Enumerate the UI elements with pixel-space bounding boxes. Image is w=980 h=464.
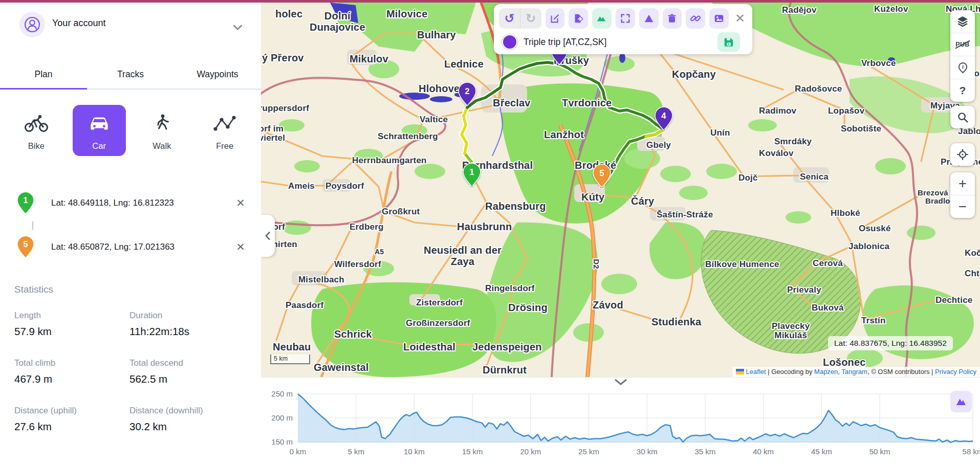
- waypoint-row-1: 1 Lat: 48.649118, Lng: 16.812323 ✕: [0, 183, 261, 224]
- remove-waypoint-icon[interactable]: ✕: [220, 197, 261, 209]
- svg-text:30 km: 30 km: [637, 447, 658, 456]
- transport-mode-selector: Bike Car: [0, 105, 261, 156]
- waypoint-row-5: 5 Lat: 48.650872, Lng: 17.021363 ✕: [0, 227, 261, 268]
- user-icon: [24, 16, 40, 33]
- edit-button[interactable]: [546, 8, 565, 29]
- svg-text:5: 5: [599, 168, 604, 178]
- tangram-link[interactable]: Tangram: [841, 368, 867, 375]
- svg-text:5: 5: [24, 239, 28, 249]
- map-marker-4[interactable]: 4: [654, 106, 673, 131]
- mode-free-button[interactable]: Free: [198, 105, 251, 156]
- map-marker-5[interactable]: 5: [592, 164, 612, 188]
- account-label: Your account: [52, 18, 105, 29]
- stat-value: 30.2 km: [129, 421, 247, 433]
- trash-icon: [666, 13, 678, 24]
- stat-label: Length: [14, 311, 129, 321]
- locate-icon: [956, 148, 969, 161]
- avatar[interactable]: [19, 12, 45, 37]
- trip-color-dot[interactable]: [502, 34, 517, 50]
- car-icon: [88, 105, 111, 141]
- undo-icon: ↺: [504, 12, 514, 25]
- mountains-icon: [596, 13, 607, 24]
- attribution-text: , © OSM contributors |: [867, 368, 935, 375]
- tab-plan[interactable]: Plan: [0, 60, 87, 89]
- ukraine-flag-icon: [736, 369, 744, 374]
- export-button[interactable]: [569, 8, 588, 29]
- chevron-down-icon[interactable]: [233, 23, 243, 32]
- file-export-icon: [573, 13, 584, 24]
- locate-button[interactable]: [950, 143, 975, 166]
- attribution-text: | Geocoding by: [766, 368, 814, 375]
- close-toolbar-icon[interactable]: ✕: [733, 12, 747, 25]
- stat-label: Duration: [129, 311, 247, 321]
- map-markers-layer: 12345: [261, 3, 980, 377]
- tab-waypoints[interactable]: Waypoints: [174, 60, 261, 89]
- svg-text:40 km: 40 km: [753, 447, 774, 456]
- svg-text:35 km: 35 km: [695, 447, 716, 456]
- stat-distance-downhill: Distance (downhill) 30.2 km: [129, 406, 247, 433]
- layers-button[interactable]: [950, 10, 975, 33]
- elevation-toggle-button[interactable]: [950, 391, 972, 412]
- svg-text:i: i: [962, 64, 964, 70]
- stat-value: 562.5 m: [129, 373, 247, 385]
- remove-waypoint-icon[interactable]: ✕: [220, 241, 261, 253]
- mode-car-button[interactable]: Car: [73, 105, 126, 156]
- map-attribution: Leaflet | Geocoding by Mapzen, Tangram, …: [732, 367, 980, 377]
- map-canvas[interactable]: holecDolní DunajoviceMiloviceBulharyý Př…: [261, 3, 980, 377]
- stat-label: Total descend: [129, 358, 247, 368]
- chevron-down-icon: [614, 379, 627, 386]
- svg-text:4: 4: [661, 111, 666, 121]
- mode-walk-button[interactable]: Walk: [135, 105, 188, 156]
- help-label: ?: [960, 84, 966, 97]
- zoom-in-label: +: [959, 176, 967, 192]
- edit-icon: [550, 13, 561, 24]
- svg-text:250 m: 250 m: [271, 389, 293, 398]
- stat-label: Distance (uphill): [14, 406, 129, 416]
- info-button[interactable]: i: [950, 56, 975, 79]
- redo-button[interactable]: ↻: [520, 8, 541, 29]
- save-button[interactable]: [717, 32, 740, 52]
- svg-text:50 km: 50 km: [869, 447, 890, 456]
- leaflet-link[interactable]: Leaflet: [746, 368, 766, 375]
- redo-icon: ↻: [526, 12, 536, 25]
- waypoint-coords: Lat: 48.650872, Lng: 17.021363: [51, 242, 220, 252]
- zoom-card: + −: [950, 172, 975, 218]
- layers-icon: [956, 15, 969, 28]
- pub-toggle-button[interactable]: PUB: [950, 33, 975, 56]
- fullscreen-button[interactable]: [616, 8, 635, 29]
- delete-button[interactable]: [663, 8, 682, 29]
- zoom-out-label: −: [959, 199, 967, 215]
- elevation-button[interactable]: [639, 8, 659, 29]
- sidebar: Your account Plan Tracks Waypoints: [0, 3, 261, 464]
- mode-bike-button[interactable]: Bike: [10, 105, 63, 156]
- tab-tracks[interactable]: Tracks: [87, 60, 174, 89]
- stat-duration: Duration 11h:22m:18s: [129, 311, 247, 338]
- svg-text:2: 2: [465, 86, 469, 96]
- svg-text:58 km: 58 km: [963, 447, 980, 456]
- mapzen-link[interactable]: Mapzen: [814, 368, 838, 375]
- zoom-in-button[interactable]: +: [950, 172, 975, 195]
- collapse-sidebar-button[interactable]: [261, 215, 275, 257]
- stat-value: 57.9 km: [14, 325, 129, 338]
- waypoint-coords: Lat: 48.649118, Lng: 16.812323: [51, 198, 220, 208]
- svg-text:10 km: 10 km: [404, 447, 425, 456]
- privacy-policy-link[interactable]: Privacy Policy: [935, 368, 976, 375]
- map-marker-1[interactable]: 1: [462, 163, 482, 187]
- map-marker-2[interactable]: 2: [458, 82, 477, 106]
- undo-redo-group: ↺ ↻: [499, 8, 541, 29]
- search-button[interactable]: [950, 106, 975, 128]
- walk-icon: [153, 105, 170, 141]
- statistics-section: Statistics Length 57.9 km Duration 11h:2…: [14, 284, 247, 433]
- mode-walk-label: Walk: [153, 141, 171, 151]
- elevation-chart[interactable]: 250 m200 m150 m0 km5 km10 km15 km20 km25…: [261, 378, 980, 464]
- terrain-button[interactable]: [592, 8, 612, 29]
- svg-text:1: 1: [469, 167, 474, 177]
- expand-icon: [620, 13, 631, 24]
- svg-text:5 km: 5 km: [347, 447, 364, 456]
- help-button[interactable]: ?: [950, 79, 975, 102]
- collapse-elevation-button[interactable]: [614, 379, 627, 388]
- undo-button[interactable]: ↺: [499, 8, 520, 29]
- share-link-button[interactable]: [686, 8, 705, 29]
- image-button[interactable]: [709, 8, 729, 29]
- zoom-out-button[interactable]: −: [950, 195, 975, 218]
